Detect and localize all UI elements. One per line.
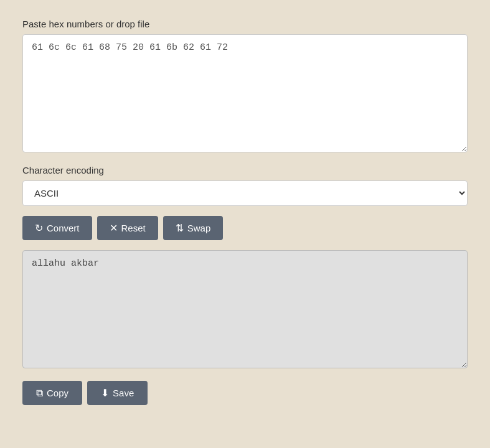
- reset-label: Reset: [121, 223, 146, 233]
- input-section: Paste hex numbers or drop file: [22, 19, 468, 155]
- main-container: Paste hex numbers or drop file Character…: [12, 12, 478, 418]
- reset-icon: ✕: [110, 222, 118, 234]
- encoding-select[interactable]: ASCII UTF-8 UTF-16 ISO-8859-1 Windows-12…: [22, 180, 468, 206]
- encoding-section: Character encoding ASCII UTF-8 UTF-16 IS…: [22, 165, 468, 206]
- save-button[interactable]: ⬇ Save: [87, 381, 148, 405]
- encoding-label: Character encoding: [22, 165, 468, 175]
- save-icon: ⬇: [101, 387, 109, 399]
- swap-button[interactable]: ⇅ Swap: [163, 216, 224, 240]
- copy-icon: ⧉: [36, 388, 43, 399]
- convert-button[interactable]: ↻ Convert: [22, 216, 92, 240]
- text-output[interactable]: [22, 250, 468, 368]
- action-buttons-row: ↻ Convert ✕ Reset ⇅ Swap: [22, 216, 468, 240]
- hex-input[interactable]: [22, 34, 468, 152]
- convert-label: Convert: [47, 223, 80, 233]
- copy-label: Copy: [47, 388, 68, 398]
- copy-button[interactable]: ⧉ Copy: [22, 381, 82, 405]
- save-label: Save: [113, 388, 134, 398]
- swap-icon: ⇅: [176, 222, 184, 234]
- convert-icon: ↻: [35, 222, 43, 234]
- output-section: [22, 250, 468, 371]
- bottom-buttons-row: ⧉ Copy ⬇ Save: [22, 381, 468, 405]
- input-label: Paste hex numbers or drop file: [22, 19, 468, 29]
- swap-label: Swap: [187, 223, 211, 233]
- reset-button[interactable]: ✕ Reset: [97, 216, 158, 240]
